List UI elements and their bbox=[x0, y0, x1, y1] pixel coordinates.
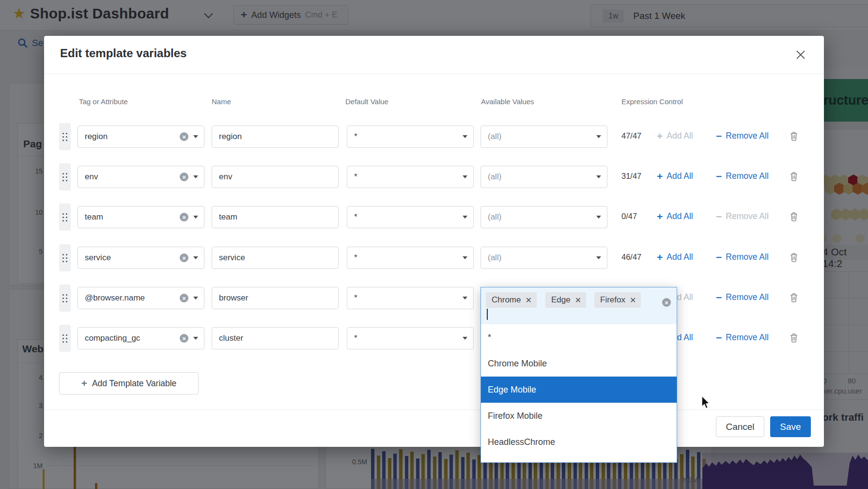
value-chip[interactable]: Edge✕ bbox=[545, 292, 586, 308]
clear-tag-icon[interactable]: × bbox=[180, 213, 188, 221]
name-input[interactable]: cluster bbox=[212, 327, 339, 349]
column-header-tag: Tag or Attribute bbox=[79, 97, 128, 106]
drag-handle[interactable] bbox=[59, 204, 71, 231]
divider bbox=[44, 74, 824, 74]
trash-icon[interactable] bbox=[790, 293, 798, 304]
drag-handle[interactable] bbox=[59, 123, 71, 150]
footer-divider bbox=[44, 410, 824, 410]
tag-attribute-select[interactable]: service × bbox=[78, 247, 204, 269]
chevron-down-icon bbox=[193, 216, 198, 219]
remove-all-button[interactable]: −Remove All bbox=[716, 171, 769, 181]
chevron-down-icon bbox=[463, 256, 467, 259]
clear-tag-icon[interactable]: × bbox=[180, 253, 188, 262]
chevron-down-icon bbox=[463, 337, 467, 340]
remove-chip-icon[interactable]: ✕ bbox=[575, 296, 581, 305]
trash-icon[interactable] bbox=[790, 333, 798, 345]
remove-chip-icon[interactable]: ✕ bbox=[525, 296, 531, 305]
dropdown-option[interactable]: Chrome Mobile bbox=[481, 350, 677, 377]
chevron-down-icon bbox=[596, 256, 601, 259]
template-variable-row: env × env * (all) 31/47 +Add All −Remove… bbox=[44, 166, 824, 188]
values-counter: 46/47 bbox=[621, 252, 641, 262]
template-variable-row: compacting_gc × cluster * +Add All −Remo… bbox=[44, 327, 824, 349]
name-input[interactable]: service bbox=[212, 247, 339, 269]
available-values-select[interactable]: (all) bbox=[480, 206, 607, 228]
add-all-button[interactable]: +Add All bbox=[657, 252, 693, 262]
chevron-down-icon bbox=[463, 297, 467, 300]
clear-tag-icon[interactable]: × bbox=[180, 334, 188, 343]
template-variable-row: region × region * (all) 47/47 +Add All −… bbox=[44, 126, 824, 148]
template-variable-row: team × team * (all) 0/47 +Add All −Remov… bbox=[44, 206, 824, 228]
chevron-down-icon bbox=[463, 135, 467, 138]
available-values-select[interactable]: (all) bbox=[480, 126, 607, 148]
add-all-button[interactable]: +Add All bbox=[657, 131, 693, 141]
chevron-down-icon bbox=[193, 337, 198, 340]
column-header-default: Default Value bbox=[345, 97, 388, 106]
chevron-down-icon bbox=[193, 256, 198, 259]
clear-tag-icon[interactable]: × bbox=[180, 173, 188, 181]
trash-icon[interactable] bbox=[790, 252, 798, 264]
name-input[interactable]: browser bbox=[212, 287, 339, 309]
dropdown-option[interactable]: Firefox Mobile bbox=[481, 403, 677, 429]
selected-values-input[interactable]: × Chrome✕Edge✕Firefox✕ bbox=[481, 287, 677, 324]
add-all-button[interactable]: +Add All bbox=[657, 171, 693, 181]
chevron-down-icon bbox=[596, 216, 601, 219]
column-header-available: Available Values bbox=[481, 97, 534, 106]
clear-tag-icon[interactable]: × bbox=[180, 294, 188, 302]
default-value-select[interactable]: * bbox=[347, 287, 474, 309]
default-value-select[interactable]: * bbox=[347, 327, 474, 349]
remove-chip-icon[interactable]: ✕ bbox=[630, 296, 636, 305]
plus-icon: + bbox=[81, 378, 87, 389]
save-button[interactable]: Save bbox=[770, 416, 811, 437]
name-input[interactable]: team bbox=[212, 206, 339, 228]
clear-all-icon[interactable]: × bbox=[662, 298, 671, 307]
chevron-down-icon bbox=[596, 175, 601, 178]
values-counter: 0/47 bbox=[621, 212, 637, 221]
available-values-select[interactable]: (all) bbox=[480, 247, 607, 269]
clear-tag-icon[interactable]: × bbox=[180, 132, 188, 141]
available-values-select[interactable]: (all) bbox=[480, 166, 607, 188]
text-caret bbox=[487, 309, 488, 320]
add-template-variable-label: Add Template Variable bbox=[92, 379, 176, 389]
chevron-down-icon bbox=[193, 135, 198, 138]
column-header-name: Name bbox=[212, 97, 231, 106]
default-value-select[interactable]: * bbox=[347, 206, 474, 228]
drag-handle[interactable] bbox=[59, 325, 71, 352]
edit-template-variables-modal: Edit template variables Tag or Attribute… bbox=[44, 36, 824, 447]
trash-icon[interactable] bbox=[790, 131, 798, 143]
tag-attribute-select[interactable]: team × bbox=[78, 206, 204, 228]
remove-all-button[interactable]: −Remove All bbox=[716, 211, 769, 221]
dropdown-option[interactable]: HeadlessChrome bbox=[481, 429, 677, 455]
default-value-select[interactable]: * bbox=[347, 126, 474, 148]
trash-icon[interactable] bbox=[790, 212, 798, 223]
value-chip[interactable]: Firefox✕ bbox=[594, 292, 641, 308]
tag-attribute-select[interactable]: region × bbox=[78, 126, 204, 148]
drag-handle[interactable] bbox=[59, 163, 71, 190]
close-icon[interactable] bbox=[792, 47, 809, 63]
drag-handle[interactable] bbox=[59, 284, 71, 312]
tag-attribute-select[interactable]: env × bbox=[78, 166, 204, 188]
screen: ★ Shop.ist Dashboard + Add Widgets Cmd +… bbox=[0, 0, 868, 489]
dropdown-option[interactable]: * bbox=[481, 324, 677, 350]
default-value-select[interactable]: * bbox=[347, 247, 474, 269]
trash-icon[interactable] bbox=[790, 172, 798, 183]
drag-handle[interactable] bbox=[59, 244, 71, 271]
add-template-variable-button[interactable]: + Add Template Variable bbox=[59, 372, 199, 394]
remove-all-button[interactable]: −Remove All bbox=[716, 292, 769, 302]
cancel-button[interactable]: Cancel bbox=[716, 416, 764, 437]
remove-all-button[interactable]: −Remove All bbox=[716, 131, 769, 141]
value-chip[interactable]: Chrome✕ bbox=[486, 292, 537, 308]
tag-attribute-select[interactable]: @browser.name × bbox=[78, 287, 204, 309]
remove-all-button[interactable]: −Remove All bbox=[716, 332, 769, 343]
remove-all-button[interactable]: −Remove All bbox=[716, 252, 769, 262]
values-counter: 47/47 bbox=[621, 131, 641, 141]
chevron-down-icon bbox=[596, 135, 601, 138]
add-all-button[interactable]: +Add All bbox=[657, 211, 693, 221]
name-input[interactable]: env bbox=[212, 166, 339, 188]
values-counter: 31/47 bbox=[621, 172, 641, 181]
dropdown-option[interactable]: Edge Mobile bbox=[481, 377, 677, 403]
chevron-down-icon bbox=[463, 216, 467, 219]
chevron-down-icon bbox=[193, 175, 198, 178]
default-value-select[interactable]: * bbox=[347, 166, 474, 188]
tag-attribute-select[interactable]: compacting_gc × bbox=[78, 327, 204, 349]
name-input[interactable]: region bbox=[212, 126, 339, 148]
